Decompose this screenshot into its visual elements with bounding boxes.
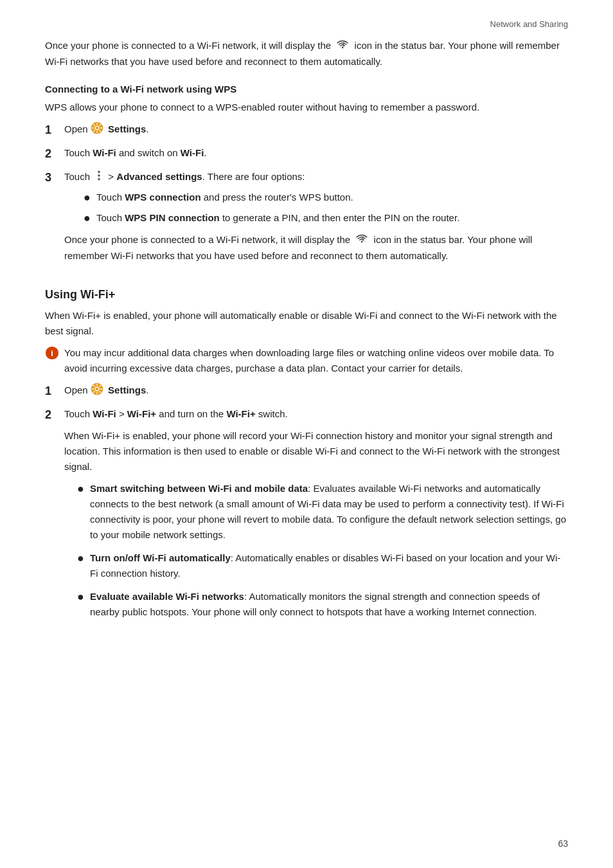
svg-point-4 <box>98 170 100 173</box>
step-3-content: Touch > Advanced settings. There are fou… <box>64 169 568 270</box>
wifiplus-step-2-number: 2 <box>45 406 59 424</box>
svg-text:i: i <box>51 348 53 358</box>
header-title: Network and Sharing <box>490 19 568 29</box>
wifiplus-step-1: 1 Open Settings. <box>45 383 568 400</box>
step-2-bold2: Wi-Fi <box>181 147 204 158</box>
info-note-text: You may incur additional data charges wh… <box>64 345 568 376</box>
wifiplus-intro: When Wi-Fi+ is enabled, your phone will … <box>45 308 568 339</box>
settings-icon-1 <box>91 122 103 139</box>
step-1-number: 1 <box>45 122 59 139</box>
step-2-number: 2 <box>45 145 59 163</box>
step-3-subbullets: ● Touch WPS connection and press the rou… <box>84 190 568 226</box>
wifiplus-feature-2: ● Turn on/off Wi-Fi automatically: Autom… <box>77 550 568 581</box>
settings-icon-2 <box>91 383 103 400</box>
wps-sub-bullet-2-text: Touch WPS PIN connection to generate a P… <box>96 210 568 226</box>
wifiplus-step-1-number: 1 <box>45 383 59 400</box>
page-content: Network and Sharing Once your phone is c… <box>0 0 613 673</box>
wifiplus-feature-1: ● Smart switching between Wi-Fi and mobi… <box>77 481 568 543</box>
feature-3-text: Evaluate available Wi-Fi networks: Autom… <box>90 589 568 620</box>
page-header: Network and Sharing <box>45 19 568 29</box>
wifi-status-icon <box>335 39 350 54</box>
more-options-icon <box>94 170 103 186</box>
wps-intro: WPS allows your phone to connect to a WP… <box>45 100 568 115</box>
wps-step-3: 3 Touch > Advanced settings. There are f… <box>45 169 568 270</box>
wps-after-text-1: Once your phone is connected to a Wi-Fi … <box>64 234 350 245</box>
wifiplus-heading: Using Wi-Fi+ <box>45 288 568 302</box>
wps-after-para: Once your phone is connected to a Wi-Fi … <box>64 232 568 264</box>
feature-1-text: Smart switching between Wi-Fi and mobile… <box>90 481 568 543</box>
wps-step-2: 2 Touch Wi-Fi and switch on Wi-Fi. <box>45 145 568 163</box>
wps-sub-bullet-2: ● Touch WPS PIN connection to generate a… <box>84 210 568 226</box>
intro-paragraph: Once your phone is connected to a Wi-Fi … <box>45 38 568 69</box>
bullet-dot-2: ● <box>84 210 91 226</box>
info-icon: i <box>45 346 59 365</box>
wifiplus-step-1-content: Open Settings. <box>64 383 568 400</box>
svg-point-3 <box>96 127 98 129</box>
wifiplus-step-2-content: Touch Wi-Fi > Wi-Fi+ and turn on the Wi-… <box>64 406 568 628</box>
wifiplus-step-1-bold: Settings <box>108 385 146 396</box>
step-2-bold1: Wi-Fi <box>93 147 116 158</box>
wifi-status-icon-2 <box>355 233 369 248</box>
wps-heading: Connecting to a Wi-Fi network using WPS <box>45 84 568 95</box>
feature-dot-1: ● <box>77 481 85 497</box>
svg-point-6 <box>98 177 100 180</box>
feature-dot-3: ● <box>77 589 85 605</box>
info-note-box: i You may incur additional data charges … <box>45 345 568 376</box>
svg-point-5 <box>98 174 100 177</box>
intro-text-1: Once your phone is connected to a Wi-Fi … <box>45 40 331 51</box>
bullet-dot-1: ● <box>84 190 91 205</box>
wifiplus-feature-3: ● Evaluate available Wi-Fi networks: Aut… <box>77 589 568 620</box>
wifiplus-features: ● Smart switching between Wi-Fi and mobi… <box>77 481 568 620</box>
svg-point-12 <box>96 388 98 390</box>
step-2-content: Touch Wi-Fi and switch on Wi-Fi. <box>64 145 568 161</box>
wps-sub-bullet-1: ● Touch WPS connection and press the rou… <box>84 190 568 205</box>
feature-dot-2: ● <box>77 550 85 566</box>
page-number: 63 <box>558 838 568 849</box>
wps-sub-bullet-1-text: Touch WPS connection and press the route… <box>96 190 568 205</box>
wifiplus-after-step2: When Wi-Fi+ is enabled, your phone will … <box>64 428 568 475</box>
wps-step-1: 1 Open Settings. <box>45 122 568 139</box>
step-1-bold: Settings <box>108 124 146 135</box>
feature-2-text: Turn on/off Wi-Fi automatically: Automat… <box>90 550 568 581</box>
step-3-bold: Advanced settings <box>116 171 202 182</box>
step-1-content: Open Settings. <box>64 122 568 139</box>
wifiplus-step-2: 2 Touch Wi-Fi > Wi-Fi+ and turn on the W… <box>45 406 568 628</box>
step-3-number: 3 <box>45 169 59 186</box>
